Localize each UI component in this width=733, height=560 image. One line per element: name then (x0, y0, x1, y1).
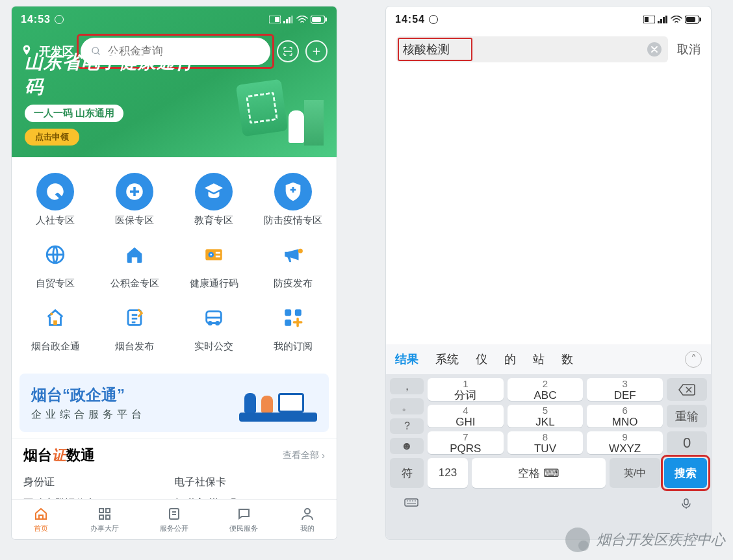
candidate[interactable]: 数 (561, 351, 573, 367)
key-period[interactable]: 。 (390, 398, 424, 414)
tile-healthcode[interactable]: 健康通行码 (178, 236, 250, 290)
candidate[interactable]: 仪 (476, 351, 487, 367)
key-7[interactable]: 7PQRS (428, 431, 504, 454)
svg-rect-2 (283, 21, 285, 23)
hero-subtitle: 一人一码 山东通用 (25, 105, 123, 122)
search-input[interactable] (403, 43, 647, 57)
tab-mine[interactable]: 我的 (299, 505, 316, 533)
key-zero[interactable]: 0 (667, 431, 707, 454)
status-icons (269, 16, 328, 24)
id-card-icon (195, 236, 233, 274)
key-123[interactable]: 123 (428, 458, 468, 488)
svg-rect-35 (660, 19, 662, 23)
kb-numpad: 1分词 2ABC 3DEF 4GHI 5JKL 6MNO 7PQRS 8TUV … (428, 378, 663, 454)
wifi-icon (296, 16, 308, 24)
tab-services[interactable]: 便民服务 (229, 505, 258, 533)
svg-rect-5 (291, 16, 293, 23)
key-emoji[interactable]: ☻ (390, 438, 424, 454)
battery-icon (311, 16, 328, 24)
candidate[interactable]: 的 (504, 351, 516, 367)
list-item[interactable]: 电子社保卡 (174, 472, 325, 493)
tile-zqtong[interactable]: 烟台政企通 (19, 299, 91, 353)
key-retype[interactable]: 重输 (667, 405, 707, 427)
tab-hall[interactable]: 办事大厅 (90, 505, 119, 533)
svg-rect-24 (295, 309, 302, 316)
key-6[interactable]: 6MNO (587, 405, 663, 427)
hero-section: 14:53 开发区 (12, 6, 337, 157)
status-time: 14:54 (395, 14, 425, 25)
tile-publish[interactable]: 烟台发布 (99, 299, 170, 353)
cancel-button[interactable]: 取消 (677, 42, 701, 57)
tab-label: 服务公开 (160, 524, 188, 532)
key-2[interactable]: 2ABC (508, 378, 584, 401)
section-title: 烟台证数通 (23, 446, 95, 465)
hero-cta-button[interactable]: 点击申领 (25, 129, 79, 146)
svg-rect-33 (645, 17, 649, 22)
tile-label: 烟台发布 (115, 340, 154, 351)
handshake-icon (36, 173, 74, 210)
key-1[interactable]: 1分词 (428, 378, 504, 401)
qr-icon (246, 92, 278, 124)
home-icon (32, 505, 49, 522)
svg-point-21 (209, 322, 211, 324)
key-3[interactable]: 3DEF (587, 378, 663, 401)
svg-rect-39 (686, 17, 695, 22)
tile-subscribe[interactable]: 我的订阅 (257, 299, 329, 353)
key-backspace[interactable] (667, 378, 707, 401)
status-bar: 14:54 (386, 6, 711, 29)
tab-public[interactable]: 服务公开 (160, 505, 188, 533)
promo-subtitle: 企业综合服务平台 (31, 408, 146, 422)
svg-point-18 (50, 312, 53, 315)
candidates-expand-icon[interactable]: ˄ (685, 351, 702, 368)
keyboard-collapse-icon[interactable] (404, 498, 418, 509)
hero-banner[interactable]: 山东省电子健康通行码 一人一码 山东通用 点击申领 (25, 50, 324, 146)
alarm-icon (55, 15, 64, 24)
key-4[interactable]: 4GHI (428, 405, 504, 427)
key-5[interactable]: 5JKL (508, 405, 584, 427)
tile-education[interactable]: 教育专区 (178, 173, 250, 227)
svg-rect-8 (326, 18, 327, 21)
key-symbols[interactable]: 符 (390, 458, 424, 488)
clear-button[interactable] (647, 42, 662, 57)
tile-epidemic[interactable]: 防击疫情专区 (257, 173, 329, 227)
tile-medical[interactable]: 医保专区 (99, 173, 170, 227)
tile-fund[interactable]: 公积金专区 (99, 236, 170, 290)
grid-plus-icon (274, 299, 312, 337)
status-time: 14:53 (21, 14, 51, 25)
candidate[interactable]: 站 (533, 351, 545, 367)
svg-rect-1 (275, 17, 279, 22)
phone-search-screen: 14:54 取消 结果 系统 仪 的 站 数 ˄ (386, 6, 711, 539)
key-search[interactable]: 搜索 (664, 458, 707, 488)
tile-label: 健康通行码 (190, 277, 238, 288)
tile-hr[interactable]: 人社专区 (19, 173, 91, 227)
user-icon (299, 505, 316, 522)
doc-icon (166, 505, 183, 522)
alarm-icon (429, 15, 438, 24)
key-language[interactable]: 英/中 (610, 458, 660, 488)
key-space[interactable]: 空格 ⌨ (472, 458, 606, 488)
tile-announce[interactable]: 防疫发布 (257, 236, 329, 290)
key-9[interactable]: 9WXYZ (587, 431, 663, 454)
note-icon (116, 299, 153, 337)
tile-bus[interactable]: 实时公交 (178, 299, 250, 353)
status-icons (643, 16, 702, 24)
svg-rect-36 (663, 17, 665, 23)
hero-illustration (209, 74, 324, 146)
promo-zhengqitong[interactable]: 烟台“政企通” 企业综合服务平台 (19, 374, 329, 432)
tab-home[interactable]: 首页 (32, 505, 49, 533)
tile-label: 防击疫情专区 (264, 214, 322, 225)
list-item[interactable]: 身份证 (23, 472, 174, 493)
key-8[interactable]: 8TUV (508, 431, 584, 454)
mic-icon[interactable] (680, 498, 693, 509)
tile-freetrade[interactable]: 自贸专区 (19, 236, 91, 290)
see-all-link[interactable]: 查看全部 (283, 450, 325, 461)
search-box[interactable] (396, 36, 668, 62)
candidate[interactable]: 系统 (435, 351, 459, 367)
candidate-row: 结果 系统 仪 的 站 数 ˄ (386, 344, 711, 374)
tile-label: 公积金专区 (110, 277, 159, 288)
grid-icon (96, 505, 113, 522)
key-comma[interactable]: ， (390, 378, 424, 394)
candidate-lead[interactable]: 结果 (395, 351, 418, 367)
key-question[interactable]: ？ (390, 418, 424, 435)
tile-label: 教育专区 (194, 214, 233, 225)
